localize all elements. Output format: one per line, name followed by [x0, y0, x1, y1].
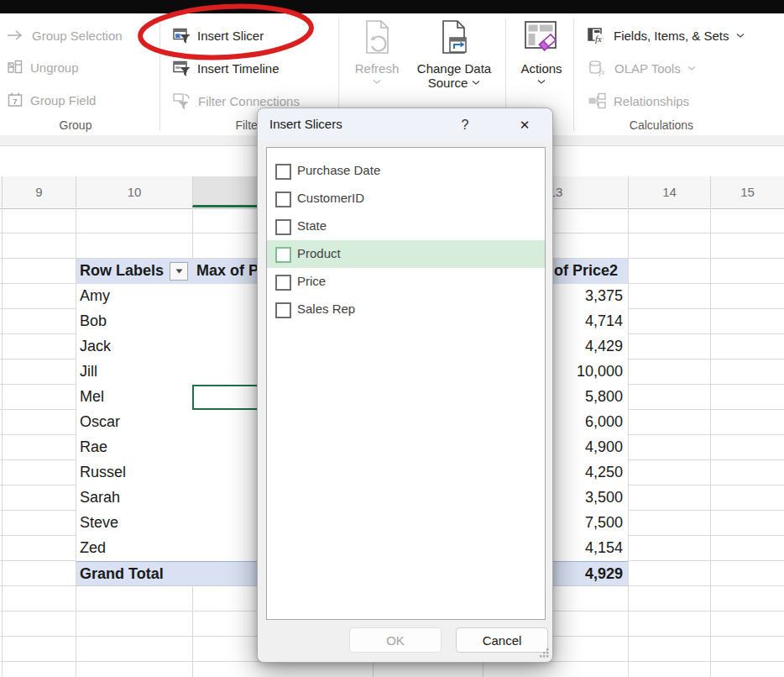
help-button[interactable]: ?: [455, 115, 475, 135]
ok-button[interactable]: OK: [349, 627, 442, 653]
field-row-purchase-date[interactable]: Purchase Date: [267, 157, 545, 185]
ribbon-separator: [573, 18, 574, 131]
filter-connections-label: Filter Connections: [198, 94, 300, 108]
relationships-icon: [588, 92, 607, 109]
insert-slicer-icon: [173, 27, 191, 45]
fields-items-sets-button[interactable]: fx Fields, Items, & Sets: [588, 25, 745, 45]
ungroup-icon: [7, 59, 24, 76]
chevron-down-icon: [373, 79, 381, 85]
filter-connections-icon: [173, 92, 191, 110]
relationships-label: Relationships: [614, 94, 689, 108]
calendar-7-icon: 7: [7, 92, 24, 108]
change-data-source-icon: [437, 19, 471, 61]
ungroup-button[interactable]: Ungroup: [7, 57, 79, 77]
dialog-title: Insert Slicers: [269, 117, 342, 131]
group-selection-label: Group Selection: [32, 29, 123, 43]
change-data-source-label-1: Change Data: [417, 61, 491, 76]
olap-tools-button[interactable]: fx OLAP Tools: [588, 58, 696, 78]
insert-slicer-button[interactable]: Insert Slicer: [173, 25, 264, 45]
dropdown-arrow-icon: [175, 269, 183, 274]
gridline: [2, 208, 3, 677]
row-labels-filter-button[interactable]: [170, 262, 188, 281]
change-data-source-button[interactable]: Change Data Source: [415, 19, 494, 90]
olap-cylinder-fx-icon: fx: [588, 60, 608, 76]
relationships-button[interactable]: Relationships: [588, 91, 689, 111]
chevron-down-icon: [736, 33, 745, 39]
insert-timeline-icon: [173, 60, 191, 77]
resize-grip[interactable]: [538, 647, 550, 659]
value2-column-header[interactable]: of Price2: [554, 262, 618, 280]
actions-label: Actions: [520, 61, 562, 76]
checkbox-customerid[interactable]: [275, 192, 291, 207]
checkbox-state[interactable]: [275, 219, 291, 235]
refresh-icon: [362, 19, 392, 61]
group-field-label: Group Field: [30, 93, 96, 108]
checkbox-price[interactable]: [275, 275, 291, 291]
change-data-source-label-2: Source: [428, 76, 468, 90]
field-row-product[interactable]: Product: [267, 240, 545, 268]
refresh-label: Refresh: [355, 61, 400, 76]
actions-icon: [523, 19, 560, 61]
checkbox-sales-rep[interactable]: [275, 302, 291, 318]
field-row-state[interactable]: State: [267, 213, 545, 240]
row-labels-header[interactable]: Row Labels: [80, 262, 164, 280]
field-row-customerid[interactable]: CustomerID: [267, 185, 545, 213]
insert-timeline-label: Insert Timeline: [197, 61, 280, 76]
slicer-field-list: Purchase Date CustomerID State Product P…: [266, 147, 546, 620]
chevron-down-icon: [687, 66, 696, 71]
svg-text:fx: fx: [595, 34, 602, 44]
close-icon[interactable]: ✕: [514, 115, 536, 135]
dialog-title-bar[interactable]: Insert Slicers ? ✕: [258, 108, 552, 140]
insert-slicer-label: Insert Slicer: [197, 29, 264, 43]
gridline: [710, 208, 711, 677]
insert-slicers-dialog: Insert Slicers ? ✕ Purchase Date Custome…: [257, 108, 553, 663]
chevron-down-icon: [472, 80, 480, 86]
gridline: [628, 208, 629, 677]
field-row-sales-rep[interactable]: Sales Rep: [267, 296, 545, 323]
cancel-button[interactable]: Cancel: [456, 627, 548, 653]
excel-window: Group Selection Ungroup 7 Group Field Gr…: [0, 0, 784, 677]
ungroup-label: Ungroup: [30, 60, 79, 75]
checkbox-purchase-date[interactable]: [275, 164, 291, 180]
chevron-down-icon: [537, 79, 546, 85]
window-top-strip: [0, 0, 784, 13]
column-header-15[interactable]: 15: [710, 176, 784, 207]
olap-tools-label: OLAP Tools: [614, 61, 681, 76]
ribbon-separator: [159, 18, 160, 131]
column-header-10[interactable]: 10: [76, 176, 192, 207]
svg-text:fx: fx: [599, 67, 606, 76]
group-group-label: Group: [34, 118, 118, 132]
calculations-group-label: Calculations: [619, 118, 703, 132]
group-selection-button[interactable]: Group Selection: [7, 25, 123, 45]
group-field-button[interactable]: 7 Group Field: [7, 90, 96, 110]
fields-items-sets-label: Fields, Items, & Sets: [614, 29, 729, 43]
arrow-right-icon: [7, 29, 25, 41]
svg-text:7: 7: [13, 97, 17, 106]
refresh-button[interactable]: Refresh: [351, 19, 403, 85]
field-row-price[interactable]: Price: [267, 268, 545, 296]
insert-timeline-button[interactable]: Insert Timeline: [173, 58, 280, 78]
column-header-14[interactable]: 14: [628, 176, 710, 207]
fields-fx-icon: fx: [588, 27, 607, 44]
checkbox-product[interactable]: [275, 247, 291, 263]
column-header-9[interactable]: 9: [2, 176, 76, 207]
actions-button[interactable]: Actions: [517, 19, 566, 85]
